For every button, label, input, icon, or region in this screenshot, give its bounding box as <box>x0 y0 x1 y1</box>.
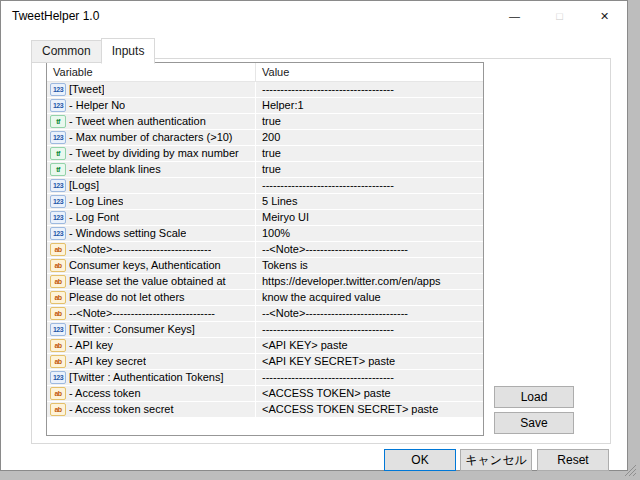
row-value[interactable]: <ACCESS TOKEN> paste <box>255 386 483 401</box>
table-row[interactable]: 123 - Max number of characters (>10) 200 <box>47 130 483 146</box>
table-row[interactable]: ab - API key <API KEY> paste <box>47 338 483 354</box>
table-row[interactable]: ab - Access token <ACCESS TOKEN> paste <box>47 386 483 402</box>
row-value[interactable]: ------------------------------------ <box>255 322 483 337</box>
row-value[interactable]: <API KEY SECRET> paste <box>255 354 483 369</box>
row-variable-cell: ab - API key secret <box>47 354 255 369</box>
row-variable-cell: ab Please set the value obtained at <box>47 274 255 289</box>
row-variable-cell: tf - Tweet by dividing by max number <box>47 146 255 161</box>
row-variable-cell: tf - delete blank lines <box>47 162 255 177</box>
tab-common[interactable]: Common <box>31 40 102 63</box>
param-type-icon: ab <box>50 339 66 352</box>
row-variable-cell: 123 - Windows setting Scale <box>47 226 255 241</box>
param-type-icon: 123 <box>50 131 66 144</box>
table-row[interactable]: ab - Access token secret <ACCESS TOKEN S… <box>47 402 483 418</box>
row-value[interactable]: true <box>255 162 483 177</box>
row-value[interactable]: <API KEY> paste <box>255 338 483 353</box>
param-type-icon: ab <box>50 307 66 320</box>
table-row[interactable]: ab Consumer keys, Authentication Tokens … <box>47 258 483 274</box>
column-header-variable[interactable]: Variable <box>47 63 255 81</box>
window-title: TweetHelper 1.0 <box>1 9 99 23</box>
table-row[interactable]: 123 [Tweet] ----------------------------… <box>47 82 483 98</box>
table-row[interactable]: 123 - Log Font Meiryo UI <box>47 210 483 226</box>
row-value[interactable]: ------------------------------------ <box>255 82 483 97</box>
row-variable-cell: 123 - Helper No <box>47 98 255 113</box>
table-row[interactable]: tf - Tweet by dividing by max number tru… <box>47 146 483 162</box>
table-row[interactable]: ab --<Note>---------------------------- … <box>47 306 483 322</box>
param-type-icon: tf <box>50 147 66 160</box>
table-row[interactable]: 123 - Windows setting Scale 100% <box>47 226 483 242</box>
tab-inputs[interactable]: Inputs <box>101 38 156 64</box>
column-header-value[interactable]: Value <box>255 63 483 81</box>
load-button[interactable]: Load <box>494 386 574 408</box>
window-controls: — □ ✕ <box>492 1 627 31</box>
table-row[interactable]: 123 - Log Lines 5 Lines <box>47 194 483 210</box>
row-variable: - Tweet by dividing by max number <box>69 146 239 161</box>
row-value[interactable]: https://developer.twitter.com/en/apps <box>255 274 483 289</box>
reset-button[interactable]: Reset <box>537 449 609 471</box>
table-row[interactable]: 123 - Helper No Helper:1 <box>47 98 483 114</box>
table-row[interactable]: 123 [Twitter : Consumer Keys] ----------… <box>47 322 483 338</box>
param-type-icon: ab <box>50 291 66 304</box>
minimize-button[interactable]: — <box>492 1 537 31</box>
ok-button[interactable]: OK <box>384 449 456 471</box>
titlebar[interactable]: TweetHelper 1.0 — □ ✕ <box>1 1 627 31</box>
param-type-icon: 123 <box>50 371 66 384</box>
table-row[interactable]: 123 [Twitter : Authentication Tokens] --… <box>47 370 483 386</box>
table-row[interactable]: tf - delete blank lines true <box>47 162 483 178</box>
row-variable: - Helper No <box>69 98 125 113</box>
row-value[interactable]: <ACCESS TOKEN SECRET> paste <box>255 402 483 417</box>
param-type-icon: ab <box>50 403 66 416</box>
row-variable-cell: 123 [Logs] <box>47 178 255 193</box>
row-value[interactable]: --<Note>---------------------------- <box>255 242 483 257</box>
table-row[interactable]: ab Please set the value obtained at http… <box>47 274 483 290</box>
row-variable-cell: 123 - Log Font <box>47 210 255 225</box>
row-variable-cell: ab Please do not let others <box>47 290 255 305</box>
table-row[interactable]: ab Please do not let others know the acq… <box>47 290 483 306</box>
row-value[interactable]: Meiryo UI <box>255 210 483 225</box>
row-variable-cell: 123 [Twitter : Authentication Tokens] <box>47 370 255 385</box>
row-variable-cell: ab --<Note>---------------------------- <box>47 306 255 321</box>
dialog-window: TweetHelper 1.0 — □ ✕ Common Inputs Vari… <box>0 0 628 471</box>
param-type-icon: 123 <box>50 99 66 112</box>
row-value[interactable]: Helper:1 <box>255 98 483 113</box>
row-value[interactable]: 200 <box>255 130 483 145</box>
row-variable: Please set the value obtained at <box>69 274 226 289</box>
row-variable: - API key <box>69 338 113 353</box>
param-type-icon: 123 <box>50 323 66 336</box>
row-value[interactable]: know the acquired value <box>255 290 483 305</box>
param-type-icon: ab <box>50 387 66 400</box>
param-type-icon: ab <box>50 259 66 272</box>
row-value[interactable]: true <box>255 114 483 129</box>
row-variable-cell: ab - Access token <box>47 386 255 401</box>
tab-bar: Common Inputs <box>31 38 627 63</box>
row-value[interactable]: 100% <box>255 226 483 241</box>
inputs-tab-panel: Variable Value 123 [Tweet] -------------… <box>31 58 611 444</box>
param-type-icon: 123 <box>50 195 66 208</box>
table-row[interactable]: ab - API key secret <API KEY SECRET> pas… <box>47 354 483 370</box>
param-type-icon: 123 <box>50 179 66 192</box>
row-value[interactable]: --<Note>---------------------------- <box>255 306 483 321</box>
resize-grip-icon[interactable] <box>623 463 637 477</box>
row-value[interactable]: Tokens is <box>255 258 483 273</box>
close-button[interactable]: ✕ <box>582 1 627 31</box>
row-value[interactable]: true <box>255 146 483 161</box>
table-row[interactable]: tf - Tweet when authentication true <box>47 114 483 130</box>
row-variable: Consumer keys, Authentication <box>69 258 221 273</box>
row-variable-cell: ab --<Note>--------------------------- <box>47 242 255 257</box>
row-variable: - Access token secret <box>69 402 174 417</box>
table-row[interactable]: ab --<Note>--------------------------- -… <box>47 242 483 258</box>
param-type-icon: 123 <box>50 83 66 96</box>
row-variable: - Log Lines <box>69 194 123 209</box>
row-value[interactable]: ------------------------------------ <box>255 370 483 385</box>
table-row[interactable]: 123 [Logs] -----------------------------… <box>47 178 483 194</box>
row-variable: - Access token <box>69 386 141 401</box>
cancel-button[interactable]: キャンセル <box>460 449 532 471</box>
save-button[interactable]: Save <box>494 412 574 434</box>
row-variable: - Tweet when authentication <box>69 114 206 129</box>
row-variable-cell: 123 - Log Lines <box>47 194 255 209</box>
row-value[interactable]: 5 Lines <box>255 194 483 209</box>
param-type-icon: tf <box>50 115 66 128</box>
row-variable: Please do not let others <box>69 290 185 305</box>
row-value[interactable]: ------------------------------------ <box>255 178 483 193</box>
row-variable: - Windows setting Scale <box>69 226 186 241</box>
